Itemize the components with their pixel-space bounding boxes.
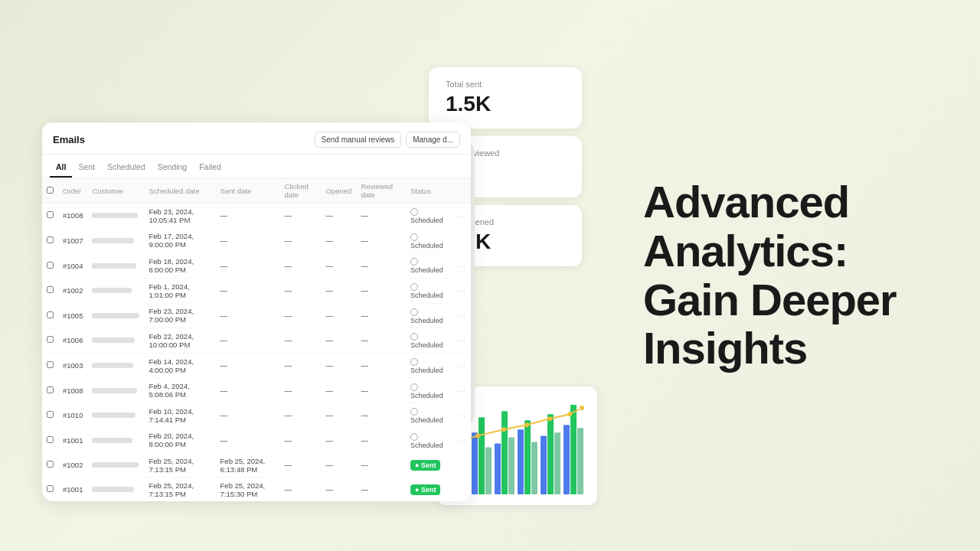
svg-rect-12: [541, 435, 547, 494]
row-checkbox[interactable]: [47, 411, 54, 418]
row-order: #1008: [58, 204, 87, 229]
row-sent-date: —: [216, 353, 280, 378]
row-scheduled-date: Feb 25, 2024, 7:13:15 PM: [144, 453, 215, 478]
more-options-button[interactable]: ···: [458, 386, 466, 395]
row-checkbox[interactable]: [47, 461, 54, 468]
row-opened: —: [322, 353, 357, 378]
select-all-checkbox[interactable]: [47, 187, 54, 194]
more-options-button[interactable]: ···: [458, 361, 466, 370]
row-status: Scheduled: [406, 253, 453, 279]
more-options-button[interactable]: ···: [458, 411, 466, 419]
status-badge-scheduled: Scheduled: [410, 333, 443, 350]
row-checkbox[interactable]: [47, 386, 54, 393]
row-customer: [87, 303, 144, 328]
svg-rect-7: [501, 411, 508, 494]
table-row: #1008 Feb 23, 2024, 10:05:41 PM — — — — …: [42, 204, 471, 229]
row-checkbox-cell: [42, 353, 58, 378]
row-sent-date: —: [216, 303, 280, 328]
row-scheduled-date: Feb 22, 2024, 10:00:00 PM: [144, 328, 215, 354]
row-checkbox[interactable]: [47, 485, 54, 492]
row-checkbox-cell: [42, 428, 58, 453]
tab-failed[interactable]: Failed: [193, 159, 227, 178]
customer-bar: [92, 238, 134, 243]
customer-bar: [92, 363, 133, 368]
row-checkbox[interactable]: [47, 336, 54, 343]
panel-header: Emails Send manual reviews Manage d...: [42, 122, 471, 155]
row-scheduled-date: Feb 25, 2024, 7:13:15 PM: [144, 478, 215, 502]
stat-sent-value: 1.5K: [446, 92, 565, 116]
send-manual-reviews-button[interactable]: Send manual reviews: [315, 132, 402, 148]
row-opened: —: [322, 478, 357, 502]
more-options-button[interactable]: ···: [458, 336, 466, 344]
row-checkbox[interactable]: [47, 211, 54, 218]
row-more: ···: [453, 204, 471, 229]
row-more: ···: [453, 353, 471, 378]
svg-rect-8: [508, 437, 514, 494]
customer-bar: [92, 388, 137, 393]
col-checkbox: [42, 178, 58, 204]
row-opened: —: [322, 403, 357, 429]
row-scheduled-date: Feb 4, 2024, 5:08:06 PM: [144, 378, 215, 403]
row-checkbox-cell: [42, 328, 58, 354]
row-checkbox-cell: [42, 204, 58, 229]
status-badge-scheduled: Scheduled: [410, 282, 443, 299]
headline-line3: Gain Deeper: [643, 275, 897, 324]
row-scheduled-date: Feb 1, 2024, 1:01:00 PM: [144, 278, 215, 303]
more-options-button[interactable]: ···: [458, 262, 466, 270]
row-checkbox-cell: [42, 453, 58, 478]
stat-card-sent: Total sent 1.5K: [429, 67, 582, 129]
row-status: Scheduled: [406, 353, 453, 378]
emails-panel: Emails Send manual reviews Manage d... A…: [42, 122, 471, 501]
row-scheduled-date: Feb 20, 2024, 8:00:00 PM: [144, 428, 215, 453]
row-reviewed-date: —: [356, 328, 406, 354]
status-badge-sent: ● Sent: [410, 484, 440, 495]
row-order: #1006: [58, 328, 87, 354]
tab-all[interactable]: All: [50, 159, 72, 178]
row-clicked-date: —: [280, 478, 322, 502]
row-checkbox-cell: [42, 253, 58, 279]
more-options-button[interactable]: ···: [458, 211, 466, 220]
more-options-button[interactable]: ···: [458, 311, 466, 320]
row-clicked-date: —: [280, 278, 322, 303]
row-customer: [87, 253, 144, 279]
row-status: Scheduled: [406, 428, 453, 453]
manage-button[interactable]: Manage d...: [406, 132, 460, 148]
col-customer: Customer: [87, 178, 144, 204]
row-checkbox[interactable]: [47, 311, 54, 318]
customer-bar: [92, 412, 136, 418]
row-order: #1003: [58, 353, 87, 378]
row-checkbox[interactable]: [47, 436, 54, 443]
row-order: #1002: [58, 278, 87, 303]
row-more: ···: [453, 378, 471, 403]
row-customer: [87, 278, 144, 303]
row-checkbox[interactable]: [47, 361, 54, 368]
row-opened: —: [322, 328, 357, 354]
row-checkbox[interactable]: [47, 286, 54, 293]
more-options-button[interactable]: ···: [458, 286, 466, 295]
more-options-button[interactable]: ···: [458, 436, 466, 445]
svg-rect-16: [570, 405, 577, 494]
headline-line1: Advanced: [643, 177, 849, 227]
svg-rect-13: [547, 414, 554, 494]
row-order: #1001: [58, 478, 87, 502]
status-badge-scheduled: Scheduled: [410, 258, 443, 275]
tab-scheduled[interactable]: Scheduled: [101, 159, 152, 178]
row-reviewed-date: —: [356, 303, 406, 328]
status-badge-scheduled: Scheduled: [410, 408, 443, 425]
row-checkbox[interactable]: [47, 262, 54, 269]
table-row: #1001 Feb 20, 2024, 8:00:00 PM — — — — S…: [42, 428, 471, 453]
row-order: #1007: [58, 228, 87, 253]
row-customer: [87, 353, 144, 378]
table-row: #1006 Feb 22, 2024, 10:00:00 PM — — — — …: [42, 328, 471, 354]
table-row: #1004 Feb 18, 2024, 6:00:00 PM — — — — S…: [42, 253, 471, 279]
row-clicked-date: —: [280, 428, 322, 453]
tab-sending[interactable]: Sending: [152, 159, 194, 178]
row-status: ● Sent: [406, 478, 453, 502]
row-checkbox[interactable]: [47, 236, 54, 243]
tab-sent[interactable]: Sent: [72, 159, 101, 178]
status-badge-scheduled: Scheduled: [410, 432, 443, 449]
customer-bar: [92, 313, 139, 318]
status-badge-scheduled: Scheduled: [410, 308, 443, 324]
row-opened: —: [322, 228, 357, 253]
row-clicked-date: —: [280, 378, 322, 403]
